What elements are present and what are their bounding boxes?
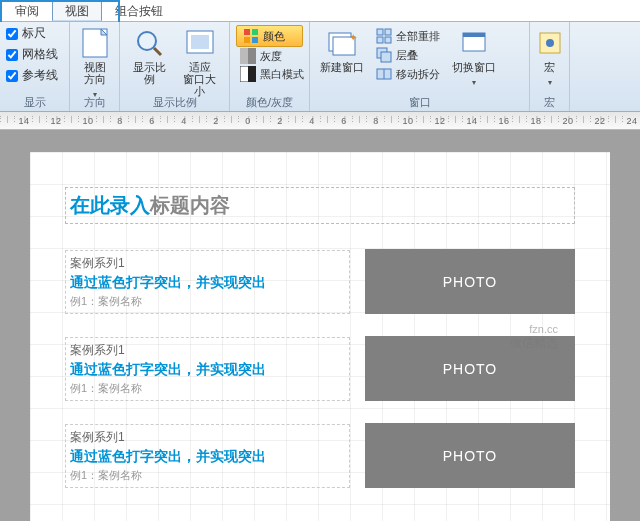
cascade-button[interactable]: 层叠 [372, 46, 444, 64]
content-row: 案例系列1 通过蓝色打字突出，并实现突出 例1：案例名称 PHOTO [65, 336, 575, 401]
item-example: 例1：案例名称 [70, 294, 345, 309]
tab-combine[interactable]: 组合按钮 [102, 0, 176, 21]
switch-window-button[interactable]: 切换窗口 [448, 25, 500, 90]
new-window-icon: ✦ [326, 27, 358, 59]
cascade-icon [376, 47, 392, 63]
ribbon-group-color: 颜色 灰度 黑白模式 颜色/灰度 [230, 22, 310, 111]
svg-rect-6 [252, 29, 258, 35]
page-icon [79, 27, 111, 59]
new-window-button[interactable]: ✦ 新建窗口 [316, 25, 368, 75]
bw-icon [240, 66, 256, 82]
photo-placeholder[interactable]: PHOTO [365, 249, 575, 314]
svg-rect-21 [381, 52, 391, 62]
svg-rect-10 [248, 48, 256, 64]
magnifier-icon [133, 27, 165, 59]
group-label-show: 显示 [0, 95, 69, 110]
item-highlight: 通过蓝色打字突出，并实现突出 [70, 361, 345, 379]
svg-point-1 [138, 32, 156, 50]
svg-rect-7 [244, 37, 250, 43]
macro-button[interactable]: 宏 [536, 25, 563, 90]
item-series: 案例系列1 [70, 429, 345, 446]
svg-rect-18 [377, 37, 383, 43]
move-split-button[interactable]: 移动拆分 [372, 65, 444, 83]
color-icon [243, 28, 259, 44]
svg-rect-25 [463, 33, 485, 37]
svg-rect-5 [244, 29, 250, 35]
horizontal-ruler: 1412108642024681012141618202224 [0, 112, 640, 130]
group-label-direction: 方向 [70, 95, 119, 110]
slide[interactable]: 在此录入标题内容 案例系列1 通过蓝色打字突出，并实现突出 例1：案例名称 PH… [30, 152, 610, 521]
item-series: 案例系列1 [70, 255, 345, 272]
arrange-all-icon [376, 28, 392, 44]
item-highlight: 通过蓝色打字突出，并实现突出 [70, 448, 345, 466]
bw-button[interactable]: 黑白模式 [236, 65, 303, 83]
group-label-window: 窗口 [310, 95, 529, 110]
ribbon-group-zoom: 显示比例 适应 窗口大小 显示比例 [120, 22, 230, 111]
move-split-icon [376, 66, 392, 82]
svg-rect-4 [191, 35, 209, 49]
svg-rect-19 [385, 37, 391, 43]
switch-window-icon [458, 27, 490, 59]
item-example: 例1：案例名称 [70, 468, 345, 483]
checkbox-guides-input[interactable] [6, 70, 18, 82]
ribbon-group-show: 标尺 网格线 参考线 显示 [0, 22, 70, 111]
macro-icon [534, 27, 566, 59]
svg-rect-17 [385, 29, 391, 35]
group-label-macro: 宏 [530, 95, 569, 110]
tab-review[interactable]: 审阅 [2, 0, 52, 21]
slide-area: 在此录入标题内容 案例系列1 通过蓝色打字突出，并实现突出 例1：案例名称 PH… [0, 130, 640, 521]
tab-view[interactable]: 视图 [52, 0, 102, 21]
ribbon: 标尺 网格线 参考线 显示 视图方向 方向 显示比例 [0, 22, 640, 112]
item-example: 例1：案例名称 [70, 381, 345, 396]
group-label-zoom: 显示比例 [120, 95, 229, 110]
svg-text:✦: ✦ [349, 32, 357, 43]
photo-placeholder[interactable]: PHOTO [365, 423, 575, 488]
checkbox-gridlines[interactable]: 网格线 [6, 46, 63, 63]
grayscale-icon [240, 48, 256, 64]
tab-bar: 审阅 视图 组合按钮 [0, 0, 640, 22]
svg-rect-12 [248, 66, 256, 82]
content-row: 案例系列1 通过蓝色打字突出，并实现突出 例1：案例名称 PHOTO [65, 249, 575, 314]
svg-rect-8 [252, 37, 258, 43]
color-button[interactable]: 颜色 [236, 25, 303, 47]
svg-point-27 [546, 39, 554, 47]
photo-placeholder[interactable]: PHOTO [365, 336, 575, 401]
fit-window-icon [184, 27, 216, 59]
group-label-color: 颜色/灰度 [230, 95, 309, 110]
checkbox-ruler-input[interactable] [6, 28, 18, 40]
checkbox-gridlines-input[interactable] [6, 49, 18, 61]
checkbox-guides[interactable]: 参考线 [6, 67, 63, 84]
svg-rect-16 [377, 29, 383, 35]
ribbon-group-window: ✦ 新建窗口 全部重排 层叠 移动拆分 [310, 22, 530, 111]
item-highlight: 通过蓝色打字突出，并实现突出 [70, 274, 345, 292]
ribbon-group-direction: 视图方向 方向 [70, 22, 120, 111]
arrange-all-button[interactable]: 全部重排 [372, 27, 444, 45]
item-series: 案例系列1 [70, 342, 345, 359]
text-placeholder[interactable]: 案例系列1 通过蓝色打字突出，并实现突出 例1：案例名称 [65, 424, 350, 488]
svg-line-2 [154, 48, 161, 55]
ruler-tick: 24 [616, 116, 640, 126]
grayscale-button[interactable]: 灰度 [236, 47, 303, 65]
title-placeholder[interactable]: 在此录入标题内容 [65, 187, 575, 224]
checkbox-ruler[interactable]: 标尺 [6, 25, 63, 42]
title-blue: 在此录入 [70, 194, 150, 216]
ribbon-group-macro: 宏 宏 [530, 22, 570, 111]
show-ratio-button[interactable]: 显示比例 [126, 25, 173, 87]
text-placeholder[interactable]: 案例系列1 通过蓝色打字突出，并实现突出 例1：案例名称 [65, 250, 350, 314]
text-placeholder[interactable]: 案例系列1 通过蓝色打字突出，并实现突出 例1：案例名称 [65, 337, 350, 401]
fit-window-button[interactable]: 适应 窗口大小 [177, 25, 224, 99]
title-gray: 标题内容 [150, 194, 230, 216]
view-direction-button[interactable]: 视图方向 [76, 25, 113, 102]
content-row: 案例系列1 通过蓝色打字突出，并实现突出 例1：案例名称 PHOTO [65, 423, 575, 488]
